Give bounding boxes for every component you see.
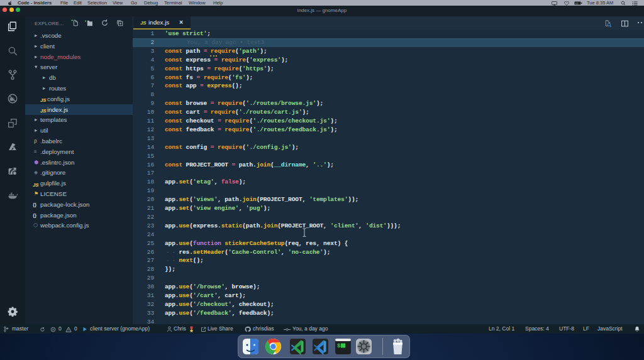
svg-text:$: $	[337, 343, 341, 349]
svg-text:62: 62	[575, 2, 579, 5]
